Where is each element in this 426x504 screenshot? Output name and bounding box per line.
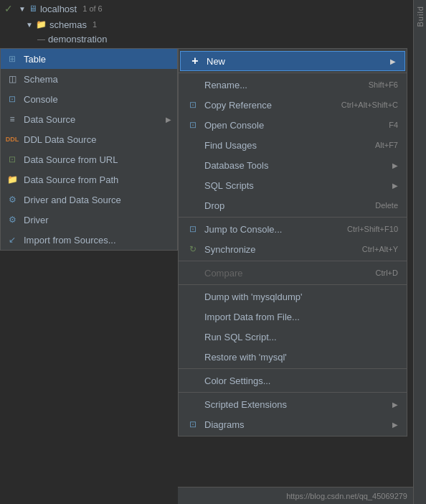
menu-item-driver[interactable]: ⚙ Driver <box>1 210 177 230</box>
new-arrow-icon: ▶ <box>390 57 396 65</box>
host-count: 1 of 6 <box>82 4 103 13</box>
left-context-menu: ⊞ Table ◫ Schema ⊡ Console ≡ Data Source… <box>0 48 178 251</box>
compare-icon <box>187 267 199 279</box>
diagrams-icon: ⊡ <box>187 419 199 430</box>
import-data-label: Import Data from File... <box>204 312 398 322</box>
schemas-label: schemas <box>49 19 87 30</box>
compare-shortcut: Ctrl+D <box>376 269 398 277</box>
host-label[interactable]: localhost <box>40 4 77 14</box>
console-icon: ⊡ <box>6 93 18 105</box>
menu-item-database-tools[interactable]: Database Tools ▶ <box>179 155 407 175</box>
url-icon: ⊡ <box>6 154 18 165</box>
diagrams-arrow-icon: ▶ <box>392 421 398 429</box>
menu-item-synchronize[interactable]: ↻ Synchronize Ctrl+Alt+Y <box>179 239 407 259</box>
new-icon: + <box>189 55 201 67</box>
datasource-path-label: Data Source from Path <box>24 174 171 185</box>
separator-2 <box>179 217 407 218</box>
menu-item-color-settings[interactable]: Color Settings... <box>179 370 407 391</box>
menu-item-datasource-url[interactable]: ⊡ Data Source from URL <box>1 149 177 169</box>
drop-icon <box>187 200 199 211</box>
db-tools-arrow-icon: ▶ <box>392 162 398 169</box>
demo-label: demonstration <box>48 34 107 45</box>
menu-item-restore[interactable]: Restore with 'mysql' <box>179 347 407 367</box>
jump-console-label: Jump to Console... <box>204 224 341 235</box>
open-console-label: Open Console <box>204 120 383 131</box>
menu-item-table[interactable]: ⊞ Table <box>1 49 177 69</box>
separator-4 <box>179 284 407 285</box>
build-sidebar: Build <box>413 0 426 504</box>
console-label: Console <box>24 94 171 105</box>
menu-item-datasource-path[interactable]: 📁 Data Source from Path <box>1 169 177 190</box>
menu-item-copy-reference[interactable]: ⊡ Copy Reference Ctrl+Alt+Shift+C <box>179 95 407 115</box>
copy-ref-shortcut: Ctrl+Alt+Shift+C <box>341 101 398 109</box>
menu-item-diagrams[interactable]: ⊡ Diagrams ▶ <box>179 414 407 434</box>
ddl-icon: DDL <box>6 134 18 145</box>
find-icon <box>187 139 199 151</box>
menu-item-jump-console[interactable]: ⊡ Jump to Console... Ctrl+Shift+F10 <box>179 219 407 239</box>
menu-item-new[interactable]: + New ▶ <box>180 51 405 71</box>
right-context-menu: + New ▶ Rename... Shift+F6 ⊡ Copy Refere… <box>178 48 407 437</box>
separator-6 <box>179 392 407 393</box>
menu-item-ddl[interactable]: DDL DDL Data Source <box>1 129 177 149</box>
schema-label: Schema <box>24 74 171 85</box>
schemas-arrow-icon: ▼ <box>26 21 33 29</box>
table-icon: ⊞ <box>6 53 18 65</box>
menu-item-dump[interactable]: Dump with 'mysqldump' <box>179 286 407 307</box>
menu-item-run-sql[interactable]: Run SQL Script... <box>179 327 407 347</box>
separator-5 <box>179 368 407 369</box>
color-settings-icon <box>187 375 199 386</box>
menu-item-open-console[interactable]: ⊡ Open Console F4 <box>179 115 407 135</box>
menu-item-drop[interactable]: Drop Delete <box>179 195 407 215</box>
sql-scripts-arrow-icon: ▶ <box>392 182 398 190</box>
separator-1 <box>179 73 407 73</box>
sync-label: Synchronize <box>204 244 356 255</box>
datasource-url-label: Data Source from URL <box>24 154 171 165</box>
jump-console-shortcut: Ctrl+Shift+F10 <box>347 225 398 233</box>
menu-item-compare[interactable]: Compare Ctrl+D <box>179 263 407 283</box>
menu-item-find-usages[interactable]: Find Usages Alt+F7 <box>179 135 407 155</box>
scripted-ext-label: Scripted Extensions <box>204 399 387 410</box>
run-sql-icon <box>187 331 199 342</box>
datasource-arrow-icon: ▶ <box>166 116 171 123</box>
menu-item-scripted-ext[interactable]: Scripted Extensions ▶ <box>179 394 407 414</box>
sql-scripts-label: SQL Scripts <box>204 180 387 191</box>
new-label: New <box>207 56 384 67</box>
scripted-ext-icon <box>187 398 199 410</box>
db-tools-label: Database Tools <box>204 160 387 171</box>
drop-shortcut: Delete <box>375 201 398 210</box>
copy-ref-icon: ⊡ <box>187 99 199 111</box>
import-icon: ↙ <box>6 234 18 246</box>
menu-item-rename[interactable]: Rename... Shift+F6 <box>179 75 407 95</box>
import-label: Import from Sources... <box>24 235 171 246</box>
db-tools-icon <box>187 159 199 171</box>
table-label: Table <box>24 54 171 65</box>
menu-item-import[interactable]: ↙ Import from Sources... <box>1 230 177 250</box>
open-console-icon: ⊡ <box>187 119 199 131</box>
sync-icon: ↻ <box>187 243 199 255</box>
copy-ref-label: Copy Reference <box>204 100 336 111</box>
driver-ds-icon: ⚙ <box>6 194 18 205</box>
bottom-url-bar: https://blog.csdn.net/qq_45069279 <box>178 487 413 504</box>
dump-icon <box>187 291 199 302</box>
folder-icon: 📁 <box>36 19 47 29</box>
menu-item-datasource[interactable]: ≡ Data Source ▶ <box>1 109 177 129</box>
diagrams-label: Diagrams <box>204 419 387 430</box>
restore-label: Restore with 'mysql' <box>204 352 398 363</box>
schema-icon: ◫ <box>6 73 18 85</box>
sql-scripts-icon <box>187 179 199 191</box>
menu-item-schema[interactable]: ◫ Schema <box>1 69 177 89</box>
tree-header: ✓ ▼ 🖥 localhost 1 of 6 <box>0 0 178 17</box>
import-data-icon <box>187 311 199 322</box>
menu-item-import-data[interactable]: Import Data from File... <box>179 307 407 327</box>
schemas-row[interactable]: ▼ 📁 schemas 1 <box>0 17 178 32</box>
menu-item-console[interactable]: ⊡ Console <box>1 89 177 109</box>
driver-label: Driver <box>24 215 171 225</box>
menu-item-driver-datasource[interactable]: ⚙ Driver and Data Source <box>1 190 177 210</box>
demo-row[interactable]: — demonstration <box>0 32 178 46</box>
open-console-shortcut: F4 <box>389 121 398 129</box>
compare-label: Compare <box>204 268 370 279</box>
menu-item-sql-scripts[interactable]: SQL Scripts ▶ <box>179 175 407 195</box>
driver-ds-label: Driver and Data Source <box>24 195 171 205</box>
dump-label: Dump with 'mysqldump' <box>204 291 398 302</box>
rename-icon <box>187 79 199 90</box>
